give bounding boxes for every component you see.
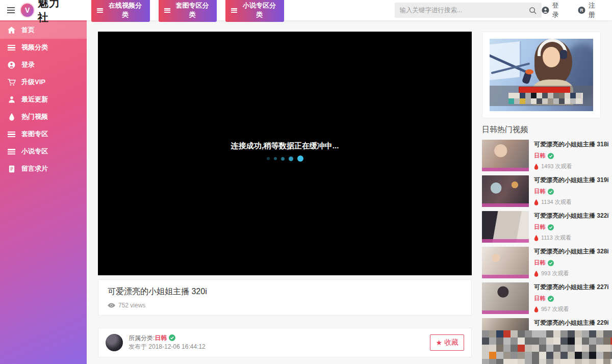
fire-icon — [534, 271, 539, 277]
search-box — [395, 3, 542, 18]
sidebar-item-recent-updates[interactable]: 最近更新 — [0, 91, 87, 108]
user-circle-icon — [7, 61, 16, 69]
auth-links: 登录 R 注册 — [542, 1, 605, 19]
hot-video-item[interactable]: 可爱漂亮的小姐姐主播 322i 日韩 1113 次观看 — [482, 211, 602, 243]
nav-button-label: 套图专区分类 — [173, 1, 211, 19]
menu-toggle-icon[interactable] — [7, 7, 15, 13]
video-player[interactable]: 连接成功,稍等数据正在缓冲中... — [98, 32, 472, 275]
fire-icon — [534, 164, 539, 170]
register-link[interactable]: R 注册 — [578, 1, 601, 19]
search-input[interactable] — [400, 7, 529, 14]
sidebar-item-label: 套图专区 — [21, 129, 48, 139]
view-count: 752 views — [118, 302, 145, 309]
sidebar-item-gallery-zone[interactable]: 套图专区 — [0, 125, 87, 143]
hot-video-title[interactable]: 可爱漂亮的小姐姐主播 229i — [534, 319, 609, 327]
list-icon — [97, 8, 103, 13]
hot-video-title[interactable]: 可爱漂亮的小姐姐主播 322i — [534, 212, 609, 220]
verified-check-icon — [169, 334, 175, 341]
register-icon: R — [578, 6, 585, 14]
eye-icon — [108, 303, 115, 308]
video-thumbnail[interactable] — [482, 140, 529, 171]
list-icon — [7, 130, 16, 139]
list-icon — [7, 43, 16, 52]
favorite-label: 收藏 — [444, 338, 458, 347]
hot-video-item[interactable]: 可爱漂亮的小姐姐主播 318i 日韩 1493 次观看 — [482, 140, 602, 171]
video-thumbnail[interactable] — [482, 175, 529, 207]
brand-logo-icon[interactable]: V — [21, 4, 34, 17]
verified-check-icon — [548, 224, 554, 230]
brand-title[interactable]: 魅力社 — [38, 0, 70, 24]
nav-button-gallery-categories[interactable]: 套图专区分类 — [159, 0, 217, 22]
hot-video-item[interactable]: 可爱漂亮的小姐姐主播 328i 日韩 993 次观看 — [482, 247, 602, 278]
sidebar-item-upgrade-vip[interactable]: 升级VIP — [0, 73, 87, 91]
video-title: 可爱漂亮的小姐姐主播 320i — [108, 287, 462, 297]
video-thumbnail[interactable] — [482, 211, 529, 243]
player-status-text: 连接成功,稍等数据正在缓冲中... — [98, 141, 472, 151]
hot-video-category[interactable]: 日韩 — [534, 152, 545, 160]
main-column: 连接成功,稍等数据正在缓冲中... 可爱漂亮的小姐姐主播 320i 752 vi… — [98, 32, 472, 364]
censor-mosaic-band — [482, 330, 612, 364]
sidebar-item-hot-videos[interactable]: 热门视频 — [0, 108, 87, 125]
hot-video-views: 1113 次观看 — [541, 234, 571, 242]
favorite-button[interactable]: ★ 收藏 — [430, 334, 464, 351]
hot-video-title[interactable]: 可爱漂亮的小姐姐主播 318i — [534, 140, 609, 149]
hot-video-category[interactable]: 日韩 — [534, 295, 545, 302]
document-icon — [7, 165, 16, 173]
video-meta-card: 所属分类:日韩 发布于 2018-12-06 16:44:12 ★ 收藏 — [98, 328, 472, 357]
hot-video-item[interactable]: 可爱漂亮的小姐姐主播 227i 日韩 957 次观看 — [482, 282, 602, 314]
nav-button-label: 在线视频分类 — [106, 1, 144, 19]
sidebar-item-label: 视频分类 — [21, 43, 48, 52]
hot-video-views: 1134 次观看 — [541, 198, 572, 206]
fire-icon — [534, 306, 539, 313]
verified-check-icon — [548, 296, 554, 302]
sidebar-item-label: 登录 — [21, 60, 35, 69]
verified-check-icon — [548, 260, 554, 266]
ad-image[interactable] — [490, 39, 593, 111]
hot-video-views: 1493 次观看 — [541, 163, 572, 170]
register-label: 注册 — [589, 1, 601, 19]
svg-text:R: R — [580, 8, 583, 13]
hot-video-title[interactable]: 可爱漂亮的小姐姐主播 328i — [534, 247, 609, 256]
fire-icon — [534, 235, 539, 241]
sidebar-item-novel-zone[interactable]: 小说专区 — [0, 143, 87, 160]
category-link[interactable]: 日韩 — [155, 334, 167, 342]
hot-video-item[interactable]: 可爱漂亮的小姐姐主播 319i 日韩 1134 次观看 — [482, 175, 602, 207]
hot-video-category[interactable]: 日韩 — [534, 188, 545, 195]
fire-icon — [7, 113, 16, 121]
verified-check-icon — [548, 153, 554, 159]
page: V 魅力社 在线视频分类 套图专区分类 小说专区分类 — [0, 0, 612, 364]
sidebar-item-label: 升级VIP — [21, 77, 45, 87]
user-icon — [542, 6, 549, 14]
right-sidebar: 日韩热门视频 可爱漂亮的小姐姐主播 318i 日韩 1493 次观看 — [482, 20, 602, 364]
ad-censor-mosaic — [508, 93, 583, 104]
uploader-avatar[interactable] — [106, 334, 123, 351]
sidebar-item-label: 小说专区 — [21, 147, 48, 156]
fire-icon — [534, 199, 539, 205]
ad-censored-red-text — [519, 87, 571, 93]
category-label: 所属分类: — [129, 334, 155, 342]
hot-videos-section-title: 日韩热门视频 — [482, 125, 602, 135]
login-link[interactable]: 登录 — [542, 1, 565, 19]
video-thumbnail[interactable] — [482, 282, 529, 314]
sidebar-item-video-categories[interactable]: 视频分类 — [0, 39, 87, 56]
nav-button-video-categories[interactable]: 在线视频分类 — [91, 0, 150, 22]
video-title-card: 可爱漂亮的小姐姐主播 320i 752 views — [98, 279, 472, 316]
list-icon — [231, 8, 237, 13]
search-icon[interactable] — [529, 7, 537, 14]
sidebar-item-request-video[interactable]: 留言求片 — [0, 160, 87, 177]
ad-card[interactable] — [482, 32, 601, 118]
hot-video-title[interactable]: 可爱漂亮的小姐姐主播 319i — [534, 176, 609, 185]
left-sidebar: 首页 视频分类 登录 — [0, 20, 87, 364]
list-icon — [164, 8, 170, 13]
sidebar-item-login[interactable]: 登录 — [0, 56, 87, 73]
hot-video-category[interactable]: 日韩 — [534, 223, 545, 231]
nav-button-novel-categories[interactable]: 小说专区分类 — [225, 0, 284, 22]
user-icon — [7, 95, 16, 104]
publish-date: 发布于 2018-12-06 16:44:12 — [129, 343, 206, 351]
cart-icon — [7, 78, 16, 87]
hot-video-title[interactable]: 可爱漂亮的小姐姐主播 227i — [534, 283, 609, 292]
verified-check-icon — [548, 189, 554, 195]
video-thumbnail[interactable] — [482, 247, 529, 278]
hot-video-category[interactable]: 日韩 — [534, 259, 545, 267]
star-icon: ★ — [436, 339, 442, 346]
